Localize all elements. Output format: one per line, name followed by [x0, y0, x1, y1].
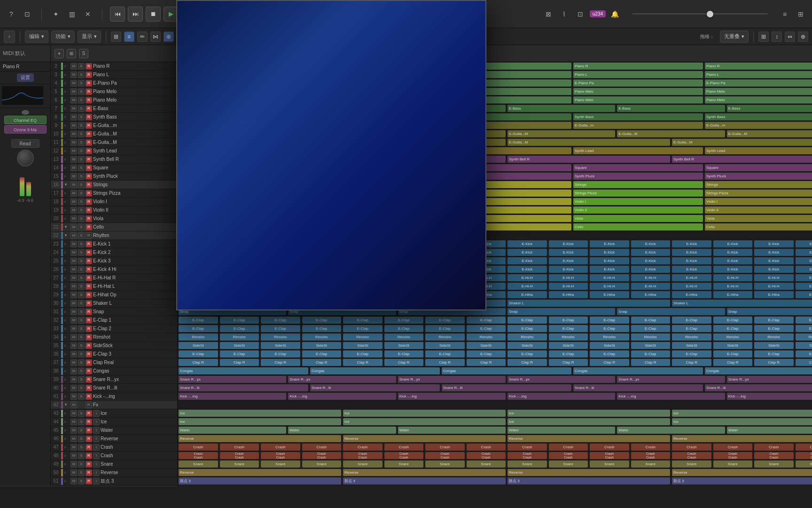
track-segment[interactable]: CrashCrash	[754, 452, 794, 459]
track-segment[interactable]: Synth Bass	[573, 113, 703, 120]
grid-view-icon[interactable]: ⊞	[111, 32, 121, 42]
track-segment[interactable]: Viola	[705, 215, 812, 222]
track-segment[interactable]: Strings	[573, 181, 703, 188]
solo-button[interactable]: S	[78, 122, 85, 129]
track-segment[interactable]: Congas	[179, 367, 308, 374]
track-segment[interactable]: Square	[573, 164, 703, 171]
track-segment[interactable]: 鼓点 3	[508, 477, 670, 484]
track-segment[interactable]: E-Hiha	[631, 291, 671, 298]
mute-button[interactable]: M	[70, 241, 77, 247]
mute-button[interactable]: M	[70, 63, 77, 70]
solo-button[interactable]: S	[78, 317, 85, 324]
record-enable-button[interactable]: R	[86, 359, 92, 366]
track-segment[interactable]: Crash	[261, 444, 300, 451]
track-segment[interactable]: Clap R	[796, 359, 812, 366]
track-segment[interactable]: E-Clap	[220, 350, 259, 357]
track-segment[interactable]: Clap R	[754, 359, 794, 366]
track-segment[interactable]: Crash	[713, 444, 753, 451]
track-segment[interactable]: 鼓点 3	[179, 477, 341, 484]
track-segment[interactable]: E-Hiha	[754, 291, 794, 298]
track-segment[interactable]: Cello	[705, 223, 812, 230]
solo-button[interactable]: S	[78, 71, 85, 78]
track-segment[interactable]: E-Clap	[590, 317, 629, 324]
record-enable-button[interactable]: R	[86, 80, 92, 87]
track-segment[interactable]: E-Kick	[672, 266, 711, 273]
track-segment[interactable]: E-Clap	[384, 350, 424, 357]
track-segment[interactable]: Snare R...yx	[508, 376, 615, 383]
track-segment[interactable]: Snare	[508, 460, 547, 468]
track-segment[interactable]: Kick -...ing	[727, 393, 812, 400]
solo-button[interactable]: S	[78, 309, 85, 315]
track-segment[interactable]: E-Clap	[384, 325, 424, 332]
track-segment[interactable]: Congas	[442, 367, 571, 374]
record-enable-button[interactable]: R	[86, 452, 92, 459]
track-segment[interactable]: E-Hi-H	[713, 274, 753, 281]
input-button[interactable]: I	[93, 427, 100, 434]
track-segment[interactable]: E-Clap	[302, 317, 342, 324]
track-segment[interactable]: SideSt	[302, 342, 342, 349]
solo-button[interactable]: S	[78, 359, 85, 366]
automation-button[interactable]: ⌇	[558, 8, 571, 21]
track-segment[interactable]: Snare R...lli	[573, 384, 703, 391]
settings-button[interactable]: 设置	[17, 73, 34, 82]
solo-button[interactable]: S	[78, 63, 85, 70]
track-segment[interactable]: Clap R	[549, 359, 588, 366]
list-view-button[interactable]: ≡	[778, 8, 791, 21]
track-segment[interactable]: E-Kick	[631, 266, 671, 273]
track-segment[interactable]: E-Kick	[631, 240, 671, 247]
track-segment[interactable]: Congas	[705, 367, 812, 374]
track-segment[interactable]: E-Kick	[713, 240, 753, 247]
track-segment[interactable]: Clap R	[508, 359, 547, 366]
record-enable-button[interactable]: R	[86, 249, 92, 256]
track-segment[interactable]: E-Hi-H	[590, 274, 629, 281]
solo-button[interactable]: S	[78, 190, 85, 197]
track-segment[interactable]: E-Clap	[713, 350, 753, 357]
record-enable-button[interactable]: R	[86, 419, 92, 425]
track-segment[interactable]: E-Kick	[549, 266, 588, 273]
record-enable-button[interactable]: R	[86, 241, 92, 247]
record-enable-button[interactable]: R	[86, 461, 92, 468]
solo-button[interactable]: S	[78, 393, 85, 400]
browser-button[interactable]: ⊞	[794, 8, 807, 21]
track-segment[interactable]: E-Guita...M	[617, 130, 725, 137]
record-enable-button[interactable]: R	[86, 139, 92, 146]
solo-button[interactable]: S	[78, 148, 85, 154]
track-segment[interactable]: Snare R...lli	[705, 384, 812, 391]
mute-button[interactable]: M	[70, 283, 77, 290]
mute-button[interactable]: M	[70, 436, 77, 442]
track-segment[interactable]: E-Clap	[179, 350, 218, 357]
track-segment[interactable]: Rimsho	[384, 333, 424, 341]
track-segment[interactable]: Reverse	[179, 469, 341, 476]
track-segment[interactable]: E-Hiha	[796, 291, 812, 298]
track-segment[interactable]: Rimsho	[343, 333, 383, 341]
track-segment[interactable]: Synth Lead	[573, 147, 703, 154]
record-enable-button[interactable]: R	[86, 402, 92, 408]
track-segment[interactable]: E-Guita...M	[672, 139, 812, 146]
track-segment[interactable]: E-Clap	[549, 325, 588, 332]
track-segment[interactable]: Congas	[573, 367, 703, 374]
track-segment[interactable]: SideSt	[713, 342, 753, 349]
solo-button[interactable]: S	[78, 80, 85, 87]
track-segment[interactable]: Snare	[179, 460, 218, 468]
volume-slider-track[interactable]	[632, 13, 768, 15]
record-enable-button[interactable]: R	[86, 97, 92, 103]
track-segment[interactable]: Square	[705, 164, 812, 171]
track-segment[interactable]: Ice	[179, 410, 341, 417]
solo-button[interactable]: S	[78, 215, 85, 222]
track-segment[interactable]: SideSt	[384, 342, 424, 349]
track-segment[interactable]: SideSt	[220, 342, 259, 349]
track-segment[interactable]: E-Bass	[617, 105, 725, 112]
track-segment[interactable]: E-Hi-H	[631, 274, 671, 281]
record-enable-button[interactable]: R	[86, 258, 92, 264]
track-segment[interactable]: E-Kick	[672, 240, 711, 247]
track-segment[interactable]: Clap R	[631, 359, 671, 366]
solo-button[interactable]: S	[78, 173, 85, 180]
mute-button[interactable]: M	[70, 232, 77, 239]
track-segment[interactable]: Snare	[384, 460, 424, 468]
track-segment[interactable]: E-Clap	[713, 317, 753, 324]
mute-button[interactable]: M	[70, 325, 77, 332]
track-segment[interactable]: Clap R	[590, 359, 629, 366]
track-segment[interactable]: Snap	[617, 308, 725, 315]
display-menu[interactable]: 显示 ▾	[78, 31, 101, 43]
track-segment[interactable]: E-Guita...M	[727, 130, 812, 137]
